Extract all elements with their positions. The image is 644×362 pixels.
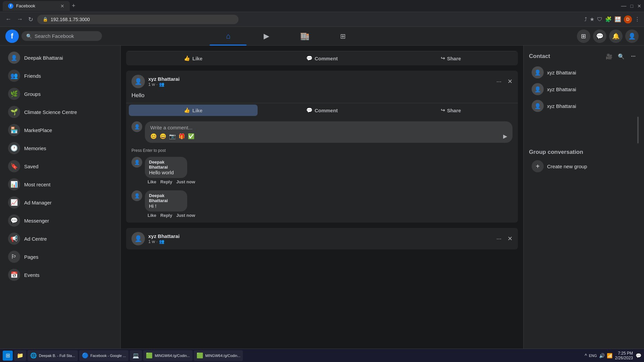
menu-icon[interactable]: ⋮ xyxy=(635,16,640,22)
reload-btn[interactable]: ↻ xyxy=(27,14,35,24)
messenger-icon-btn[interactable]: 💬 xyxy=(593,29,606,43)
window-icon[interactable]: 🪟 xyxy=(614,16,621,22)
sidebar-item-marketplace[interactable]: 🏪 MarketPlace xyxy=(3,121,118,139)
address-text: 192.168.1.75:3000 xyxy=(51,17,90,22)
sidebar-item-messenger[interactable]: 💬 Messenger xyxy=(3,212,118,229)
nav-tab-home[interactable]: ⌂ xyxy=(210,28,247,44)
nav-tab-marketplace[interactable]: 🏬 xyxy=(286,28,323,44)
sidebar-item-friends[interactable]: 👥 Friends xyxy=(3,67,118,84)
facebook-logo[interactable]: f xyxy=(5,29,19,43)
taskbar-chrome-2[interactable]: 🔵 Facebook - Google ... xyxy=(79,350,129,361)
browser-tab[interactable]: f Facebook ✕ xyxy=(3,1,70,11)
maximize-btn[interactable]: □ xyxy=(631,3,633,9)
share-action-1[interactable]: ↪ Share xyxy=(386,105,515,116)
emoji-icon[interactable]: 😊 xyxy=(150,133,157,139)
sidebar-item-ad-centre[interactable]: 📢 Ad Centre xyxy=(3,230,118,247)
sidebar-item-most-recent[interactable]: 📊 Most recent xyxy=(3,176,118,193)
post-author-2[interactable]: xyz Bhattarai xyxy=(148,233,493,239)
post-close-btn-1[interactable]: ✕ xyxy=(507,78,513,85)
taskbar-file-explorer[interactable]: 📁 xyxy=(14,350,26,361)
taskbar-network-icon[interactable]: 📶 xyxy=(607,353,612,358)
create-group-btn[interactable]: + Create new group xyxy=(529,158,639,174)
post-more-btn-2[interactable]: ··· xyxy=(496,235,501,242)
contacts-more-btn[interactable]: ··· xyxy=(628,51,639,62)
taskbar-chrome-1[interactable]: 🌐 Deepak B. - Full Sta... xyxy=(28,350,78,361)
taskbar-chevron-icon[interactable]: ^ xyxy=(585,353,587,358)
bookmark-icon[interactable]: ★ xyxy=(590,16,594,22)
video-call-icon: 🎥 xyxy=(606,53,612,60)
share-action-partial[interactable]: ↪ Share xyxy=(386,53,515,64)
like-icon-1: 👍 xyxy=(184,107,190,113)
comment-1-avatar: 👤 xyxy=(131,157,142,168)
apps-icon-btn[interactable]: ⊞ xyxy=(577,29,590,43)
comment-2-reply-btn[interactable]: Reply xyxy=(160,213,172,218)
search-input[interactable] xyxy=(35,33,97,39)
sidebar-item-user[interactable]: 👤 Deepak Bhattarai xyxy=(3,49,118,66)
sidebar-item-saved[interactable]: 🔖 Saved xyxy=(3,158,118,175)
taskbar-notification-icon[interactable]: 💬 xyxy=(636,353,641,358)
post-more-btn-1[interactable]: ··· xyxy=(496,78,501,85)
browser-new-tab[interactable]: + xyxy=(72,2,75,9)
comment-action-1[interactable]: 💬 Comment xyxy=(258,105,386,116)
extensions-icon[interactable]: 🧩 xyxy=(605,16,612,22)
taskbar-lang-icon[interactable]: ENG xyxy=(589,354,597,358)
pages-icon: 🏳 xyxy=(8,251,20,263)
attachment-icon[interactable]: 🎁 xyxy=(178,133,185,139)
contact-item-3[interactable]: 👤 xyz Bhattarai xyxy=(529,98,639,114)
sidebar-item-climate[interactable]: 🌱 Climate Science Centre xyxy=(3,103,118,121)
profile-icon[interactable]: D xyxy=(624,15,632,23)
like-action-1[interactable]: 👍 Like xyxy=(129,105,258,116)
taskbar-clock[interactable]: 7:25 PM 2/26/2023 xyxy=(615,351,633,360)
sidebar-climate-label: Climate Science Centre xyxy=(24,109,77,115)
contact-2-name: xyz Bhattarai xyxy=(547,86,576,92)
post-close-btn-2[interactable]: ✕ xyxy=(507,235,513,242)
post-author-1[interactable]: xyz Bhattarai xyxy=(148,76,493,82)
terminal-2-icon: 🟩 xyxy=(197,352,203,359)
sticker-icon[interactable]: 😄 xyxy=(160,133,166,139)
comment-action-partial[interactable]: 💬 Comment xyxy=(258,53,386,64)
profile-avatar-btn[interactable]: 👤 xyxy=(625,29,639,43)
minimize-btn[interactable]: — xyxy=(621,3,627,9)
comment-2-like-btn[interactable]: Like xyxy=(148,213,156,218)
comment-box-1: 😊 😄 📷 🎁 ✅ ▶ xyxy=(145,121,513,143)
sidebar-item-groups[interactable]: 🌿 Groups xyxy=(3,85,118,103)
comment-1-reply-btn[interactable]: Reply xyxy=(160,179,172,184)
checkmark-icon[interactable]: ✅ xyxy=(188,133,195,139)
back-btn[interactable]: ← xyxy=(4,14,13,24)
contact-3-name: xyz Bhattarai xyxy=(547,103,576,109)
gif-icon[interactable]: 📷 xyxy=(169,133,176,139)
sidebar-events-label: Events xyxy=(24,272,40,278)
sidebar-item-events[interactable]: 📅 Events xyxy=(3,266,118,284)
taskbar-terminal-2[interactable]: 🟩 MINGW64:/g/Codin... xyxy=(194,350,243,361)
close-btn[interactable]: ✕ xyxy=(637,3,641,9)
taskbar-volume-icon[interactable]: 🔊 xyxy=(599,353,605,358)
comment-send-btn[interactable]: ▶ xyxy=(503,133,507,139)
sidebar-item-pages[interactable]: 🏳 Pages xyxy=(3,248,118,265)
address-bar[interactable]: 🔒 192.168.1.75:3000 xyxy=(37,15,238,24)
taskbar-terminal-1[interactable]: 🟩 MINGW64:/g/Codin... xyxy=(143,350,193,361)
comment-input-1[interactable] xyxy=(150,125,507,130)
nav-tab-video[interactable]: ▶ xyxy=(248,28,285,44)
contacts-search-btn[interactable]: 🔍 xyxy=(616,51,627,62)
extension-icon[interactable]: 🛡 xyxy=(597,16,602,22)
contacts-video-btn[interactable]: 🎥 xyxy=(604,51,614,62)
comment-section-1: 👤 😊 😄 📷 🎁 ✅ ▶ xyxy=(126,117,518,147)
notifications-icon-btn[interactable]: 🔔 xyxy=(609,29,623,43)
like-action-partial[interactable]: 👍 Like xyxy=(129,53,258,64)
contact-item-2[interactable]: 👤 xyz Bhattarai xyxy=(529,81,639,97)
forward-btn[interactable]: → xyxy=(15,14,24,24)
sidebar-groups-label: Groups xyxy=(24,91,41,97)
marketplace-icon: 🏪 xyxy=(8,124,20,136)
taskbar-vscode[interactable]: 💻 xyxy=(130,350,142,361)
comment-1-like-btn[interactable]: Like xyxy=(148,179,156,184)
search-bar[interactable]: 🔍 xyxy=(21,31,102,41)
sidebar-item-ad-manager[interactable]: 📈 Ad Manager xyxy=(3,194,118,211)
nav-tab-groups[interactable]: ⊞ xyxy=(324,28,361,44)
content-area: 👤 Deepak Bhattarai 👥 Friends 🌿 Groups 🌱 … xyxy=(0,46,644,362)
share-icon[interactable]: ⤴ xyxy=(584,16,587,22)
start-button[interactable]: ⊞ xyxy=(3,351,13,361)
contact-item-1[interactable]: 👤 xyz Bhattarai xyxy=(529,64,639,80)
browser-tab-close[interactable]: ✕ xyxy=(60,3,64,9)
sidebar-memories-label: Memories xyxy=(24,145,46,151)
sidebar-item-memories[interactable]: 🕐 Memories xyxy=(3,139,118,157)
